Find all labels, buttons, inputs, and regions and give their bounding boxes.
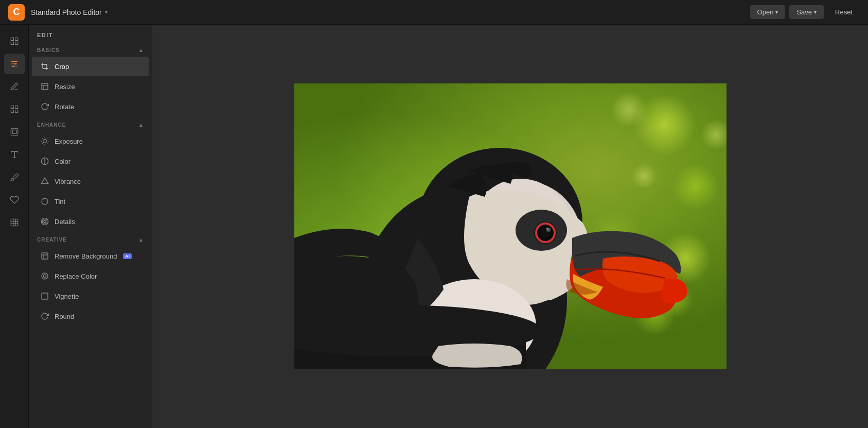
svg-point-39 <box>672 163 719 210</box>
svg-point-9 <box>12 65 14 67</box>
svg-rect-35 <box>42 293 48 299</box>
round-menu-item[interactable]: Round <box>32 306 149 326</box>
color-icon <box>40 157 49 166</box>
svg-rect-11 <box>15 106 17 108</box>
brush-panel-icon[interactable] <box>4 167 25 187</box>
svg-point-30 <box>42 219 47 224</box>
replace-color-icon <box>40 271 49 281</box>
svg-point-8 <box>14 63 16 65</box>
tint-icon <box>40 197 49 206</box>
svg-line-22 <box>47 143 47 144</box>
svg-rect-1 <box>15 38 17 40</box>
exposure-menu-item[interactable]: Exposure <box>32 131 149 151</box>
adjust-panel-icon[interactable] <box>4 54 25 74</box>
crop-icon <box>40 62 49 71</box>
save-button[interactable]: Save ▾ <box>789 5 824 19</box>
svg-rect-32 <box>42 253 48 259</box>
color-menu-item[interactable]: Color <box>32 151 149 171</box>
draw-panel-icon[interactable] <box>4 76 25 97</box>
resize-menu-item[interactable]: Resize <box>32 77 149 96</box>
replace-color-menu-item[interactable]: Replace Color <box>32 266 149 286</box>
svg-marker-27 <box>41 178 48 183</box>
svg-rect-0 <box>11 38 13 40</box>
svg-point-40 <box>611 91 647 127</box>
vignette-menu-item[interactable]: Vignette <box>32 286 149 306</box>
details-icon <box>40 217 49 226</box>
round-icon <box>40 312 49 321</box>
panel-sidebar: EDIT BASICS ▲ Crop Resize Rotate EN <box>29 25 152 428</box>
svg-point-29 <box>44 220 46 222</box>
remove-background-icon <box>40 251 49 261</box>
svg-point-33 <box>43 275 46 277</box>
vignette-icon <box>40 292 49 301</box>
app-title-button[interactable]: Standard Photo Editor ▾ <box>31 8 108 16</box>
resize-icon <box>40 82 49 91</box>
creative-section-header: CREATIVE ▲ <box>29 232 152 246</box>
canvas-area <box>152 25 868 428</box>
reset-button[interactable]: Reset <box>828 5 860 19</box>
ai-badge: AI <box>123 253 132 259</box>
text-panel-icon[interactable] <box>4 144 25 165</box>
creative-collapse-button[interactable]: ▲ <box>138 237 144 243</box>
basics-section-header: BASICS ▲ <box>29 42 152 56</box>
app-logo: C <box>8 4 25 21</box>
icon-sidebar <box>0 25 29 428</box>
edit-panel-icon[interactable] <box>4 31 25 52</box>
svg-rect-12 <box>11 110 13 113</box>
favorites-panel-icon[interactable] <box>4 190 25 210</box>
svg-line-25 <box>42 143 43 144</box>
overlay-panel-icon[interactable] <box>4 212 25 233</box>
svg-point-18 <box>43 140 47 143</box>
svg-point-57 <box>546 228 548 230</box>
svg-rect-2 <box>11 42 13 45</box>
vibrance-icon <box>40 177 49 186</box>
svg-line-21 <box>42 139 43 139</box>
svg-rect-14 <box>11 128 18 135</box>
rotate-icon <box>40 102 49 111</box>
remove-background-menu-item[interactable]: Remove Background AI <box>32 246 149 266</box>
vibrance-menu-item[interactable]: Vibrance <box>32 172 149 191</box>
svg-rect-3 <box>15 42 17 45</box>
svg-rect-16 <box>11 219 18 226</box>
svg-point-45 <box>631 163 657 189</box>
grid-panel-icon[interactable] <box>4 99 25 119</box>
topbar: C Standard Photo Editor ▾ Open ▾ Save ▾ … <box>0 0 868 25</box>
app-title-chevron: ▾ <box>105 9 108 15</box>
app-title-text: Standard Photo Editor <box>31 8 102 16</box>
topbar-actions: Open ▾ Save ▾ Reset <box>750 5 860 19</box>
edit-label: EDIT <box>29 25 152 42</box>
svg-point-34 <box>42 273 48 279</box>
details-menu-item[interactable]: Details <box>32 212 149 231</box>
crop-menu-item[interactable]: Crop <box>32 57 149 76</box>
svg-rect-15 <box>12 130 16 134</box>
svg-point-7 <box>12 61 14 62</box>
photo-canvas[interactable] <box>294 83 727 369</box>
tint-menu-item[interactable]: Tint <box>32 192 149 211</box>
open-button[interactable]: Open ▾ <box>750 5 786 19</box>
basics-collapse-button[interactable]: ▲ <box>138 47 144 53</box>
svg-line-26 <box>47 139 47 139</box>
enhance-section-header: ENHANCE ▲ <box>29 117 152 131</box>
svg-rect-17 <box>42 83 48 90</box>
rotate-menu-item[interactable]: Rotate <box>32 97 149 116</box>
svg-point-28 <box>42 198 48 204</box>
frame-panel-icon[interactable] <box>4 122 25 142</box>
main-content: EDIT BASICS ▲ Crop Resize Rotate EN <box>0 25 868 428</box>
enhance-collapse-button[interactable]: ▲ <box>138 122 144 128</box>
svg-rect-10 <box>11 106 13 108</box>
svg-rect-13 <box>15 110 17 113</box>
exposure-icon <box>40 136 49 146</box>
